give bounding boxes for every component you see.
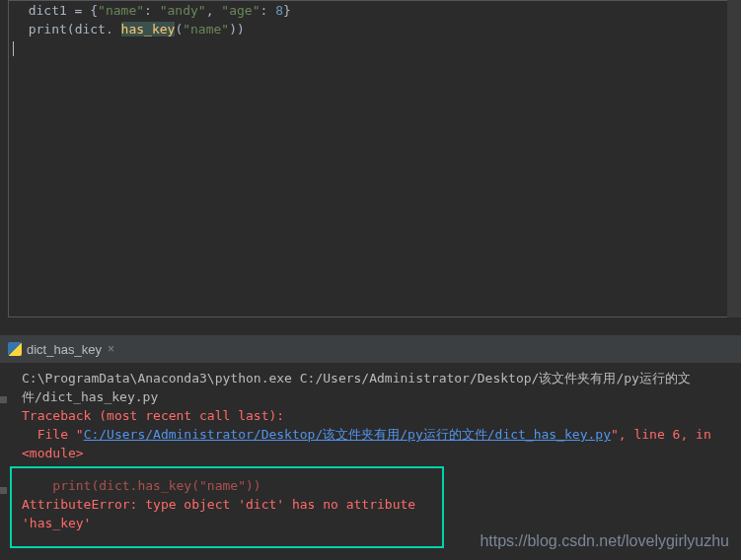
code-editor[interactable]: dict1 = {"name": "andy", "age": 8} print…	[8, 0, 733, 317]
dict-key: "name"	[98, 3, 144, 18]
code-line-2: print(dict. has_key("name"))	[13, 20, 728, 38]
run-tab[interactable]: dict_has_key ×	[8, 342, 114, 357]
separator: :	[259, 3, 275, 18]
tab-bar: dict_has_key ×	[0, 335, 741, 363]
python-icon	[8, 342, 22, 356]
close-brace: }	[283, 3, 291, 18]
run-tool-window: dict_has_key × C:\ProgramData\Anaconda3\…	[0, 335, 741, 560]
error-statement: print(dict.has_key("name"))	[22, 476, 432, 495]
close-icon[interactable]: ×	[108, 342, 114, 356]
cursor-icon	[13, 41, 14, 56]
dict-value-num: 8	[275, 3, 283, 18]
method-name: has_key	[121, 22, 176, 36]
method-arg: "name"	[183, 22, 229, 36]
scrollbar[interactable]	[727, 0, 741, 317]
object-ref: dict.	[75, 22, 121, 36]
exit-code: Process finished with exit code 1	[22, 556, 729, 560]
error-message: AttributeError: type object 'dict' has n…	[22, 495, 432, 532]
tab-label: dict_has_key	[27, 342, 102, 357]
traceback-header: Traceback (most recent call last):	[22, 406, 729, 425]
paren: (	[67, 22, 75, 36]
cursor-line	[13, 38, 728, 57]
traceback-file: File "C:/Users/Administrator/Desktop/该文件…	[22, 425, 729, 462]
gutter	[0, 396, 8, 560]
comma: ,	[206, 3, 222, 18]
command-line: C:\ProgramData\Anaconda3\python.exe C:/U…	[22, 369, 729, 406]
file-link[interactable]: C:/Users/Administrator/Desktop/该文件夹有用/py…	[84, 427, 611, 442]
paren: ))	[229, 22, 245, 36]
error-highlight: print(dict.has_key("name")) AttributeErr…	[10, 466, 444, 548]
file-prefix: File "	[22, 427, 84, 442]
gutter-icon[interactable]	[0, 487, 7, 494]
code-text: dict1 = {	[13, 3, 98, 18]
gutter-icon[interactable]	[0, 396, 7, 403]
dict-value: "andy"	[160, 3, 206, 18]
watermark: https://blog.csdn.net/lovelygirlyuzhu	[480, 532, 729, 550]
code-line-1: dict1 = {"name": "andy", "age": 8}	[13, 1, 728, 20]
print-call: print	[13, 22, 67, 36]
console-output[interactable]: C:\ProgramData\Anaconda3\python.exe C:/U…	[0, 363, 741, 560]
dict-key: "age"	[221, 3, 259, 18]
separator: :	[144, 3, 160, 18]
